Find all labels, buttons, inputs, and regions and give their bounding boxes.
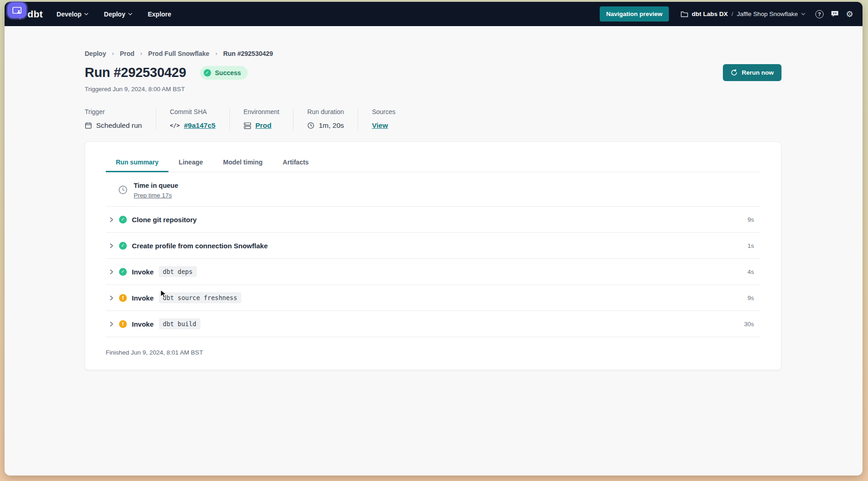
account-name: dbt Labs DX <box>692 11 728 17</box>
run-step-row[interactable]: Invoke dbt deps 4s <box>106 259 760 285</box>
step-status-icon <box>119 294 127 302</box>
nav-icon-group: ? ⚙ <box>815 10 853 18</box>
run-step-row[interactable]: Clone git repository 9s <box>106 207 760 233</box>
tab[interactable]: Run summary <box>106 159 168 172</box>
tab[interactable]: Lineage <box>168 159 213 172</box>
settings-gear-icon[interactable]: ⚙ <box>846 10 853 18</box>
meta-label: Sources <box>372 108 395 115</box>
step-status-icon <box>119 242 127 250</box>
project-name: Jaffle Shop Snowflake <box>737 11 798 17</box>
meta-column: Commit SHA </> #9a147c5 <box>170 108 230 130</box>
step-command: dbt source freshness <box>159 292 242 303</box>
screen-share-icon <box>12 6 22 15</box>
meta-column: Trigger Scheduled run <box>85 108 156 130</box>
step-status-icon <box>119 216 127 224</box>
status-badge-label: Success <box>215 69 241 77</box>
workspace-switcher[interactable]: dbt Labs DX / Jaffle Shop Snowflake <box>681 11 805 17</box>
step-command: dbt deps <box>159 266 197 277</box>
chevron-down-icon <box>801 13 805 16</box>
step-duration: 1s <box>748 242 754 249</box>
page-body: Deploy › Prod › Prod Full Snowflake › <box>5 26 863 476</box>
feedback-icon[interactable] <box>830 10 839 18</box>
run-summary-card: Run summary Lineage Model timing Artifac… <box>85 142 781 370</box>
step-duration: 9s <box>748 216 754 223</box>
success-check-icon <box>204 69 211 77</box>
nav-menu-item[interactable]: Explore <box>148 11 171 18</box>
meta-value-link[interactable]: Prod <box>255 121 271 130</box>
run-steps-list: Clone git repository 9s Create profile f… <box>106 207 760 337</box>
chevron-right-icon[interactable] <box>109 269 115 274</box>
run-step-row[interactable]: Create profile from connection Snowflake… <box>106 233 760 259</box>
meta-label: Environment <box>244 108 280 115</box>
workspace-separator: / <box>732 11 733 17</box>
breadcrumb-separator-icon: › <box>141 50 142 57</box>
step-duration: 9s <box>748 295 754 301</box>
navigation-preview-button[interactable]: Navigation preview <box>600 6 669 22</box>
time-in-queue-title: Time in queue <box>134 182 178 189</box>
step-label: Create profile from connection Snowflake <box>132 242 268 250</box>
meta-label: Trigger <box>85 108 142 115</box>
nav-menu-item-label: Deploy <box>104 11 125 18</box>
step-command: dbt build <box>159 318 201 329</box>
step-label: Invoke <box>132 320 154 328</box>
finished-timestamp: Finished Jun 9, 2024, 8:01 AM BST <box>106 337 760 370</box>
breadcrumb-separator-icon: › <box>215 50 217 57</box>
meta-label: Commit SHA <box>170 108 216 115</box>
dbt-logo-text: dbt <box>27 9 43 20</box>
tab[interactable]: Model timing <box>213 159 272 172</box>
refresh-icon <box>731 69 738 76</box>
breadcrumb-item[interactable]: Prod <box>120 50 135 57</box>
nav-menu: Develop Deploy Explore <box>57 11 172 18</box>
step-status-icon <box>119 268 127 276</box>
meta-value-link[interactable]: #9a147c5 <box>184 121 216 130</box>
tab[interactable]: Artifacts <box>273 159 319 172</box>
chevron-right-icon[interactable] <box>109 243 115 248</box>
nav-menu-item-label: Develop <box>57 11 81 18</box>
breadcrumb-item[interactable]: Prod Full Snowflake <box>148 50 210 57</box>
page-title: Run #292530429 <box>85 65 186 80</box>
clock-icon <box>307 122 315 129</box>
meta-column: Run duration 1m, 20s <box>307 108 358 130</box>
chevron-right-icon[interactable] <box>109 322 115 327</box>
rerun-now-button[interactable]: Rerun now <box>723 64 781 81</box>
app-window: dbt Develop Deploy Explore Navigat <box>5 2 863 476</box>
meta-value: Scheduled run <box>96 121 142 130</box>
rerun-now-label: Rerun now <box>742 69 774 76</box>
breadcrumb-item[interactable]: Run #292530429 <box>223 50 273 57</box>
top-nav: dbt Develop Deploy Explore Navigat <box>5 2 863 26</box>
breadcrumb: Deploy › Prod › Prod Full Snowflake › <box>85 26 784 57</box>
nav-menu-item-label: Explore <box>148 11 171 18</box>
step-duration: 4s <box>748 268 754 275</box>
nav-menu-item[interactable]: Develop <box>57 11 88 18</box>
meta-label: Run duration <box>307 108 344 115</box>
time-in-queue-row: Time in queue Prep time 17s <box>106 172 760 207</box>
run-step-row[interactable]: Invoke dbt source freshness 9s <box>106 285 760 311</box>
step-label: Invoke <box>132 294 154 302</box>
run-step-row[interactable]: Invoke dbt build 30s <box>106 311 760 337</box>
breadcrumb-item[interactable]: Deploy <box>85 50 106 57</box>
help-icon[interactable]: ? <box>815 10 824 18</box>
step-label: Clone git repository <box>132 216 197 224</box>
chevron-right-icon[interactable] <box>109 295 115 301</box>
code-icon: </> <box>170 122 180 129</box>
meta-value: 1m, 20s <box>319 121 344 130</box>
meta-column: Sources View <box>372 108 409 130</box>
nav-menu-item[interactable]: Deploy <box>104 11 132 18</box>
chevron-down-icon <box>128 13 132 16</box>
prep-time-link[interactable]: Prep time 17s <box>134 192 172 199</box>
run-meta-row: Trigger Scheduled run <box>85 108 784 130</box>
database-icon <box>244 122 251 130</box>
meta-column: Environment Prod <box>244 108 294 130</box>
meta-value-link[interactable]: View <box>372 121 388 130</box>
chevron-right-icon[interactable] <box>109 217 115 222</box>
folder-icon <box>681 11 688 17</box>
calendar-icon <box>85 122 92 129</box>
step-label: Invoke <box>132 268 154 276</box>
status-badge: Success <box>200 66 248 80</box>
triggered-timestamp: Triggered Jun 9, 2024, 8:00 AM BST <box>85 86 784 93</box>
tab-bar: Run summary Lineage Model timing Artifac… <box>106 142 760 172</box>
breadcrumb-separator-icon: › <box>112 50 114 57</box>
step-duration: 30s <box>744 321 754 328</box>
clock-icon <box>118 185 128 195</box>
extension-overlay-badge[interactable] <box>7 2 27 18</box>
